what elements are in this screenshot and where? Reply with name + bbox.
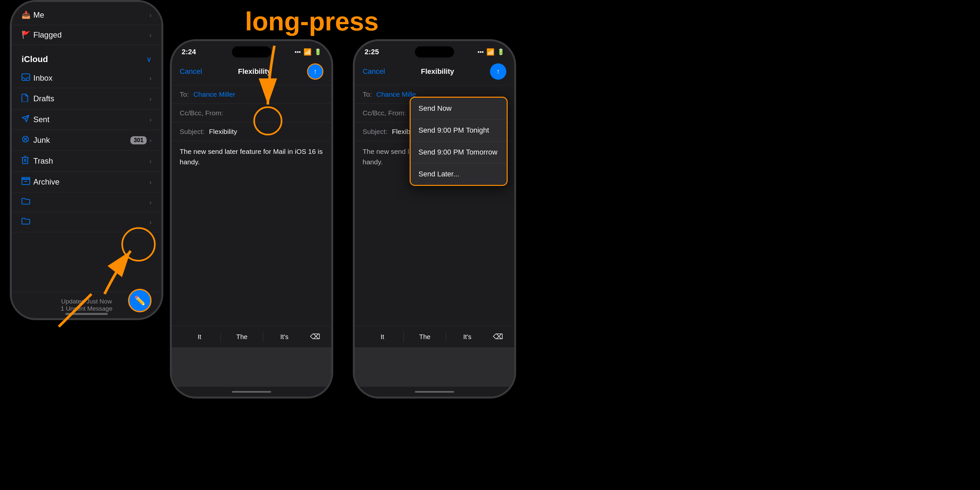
sidebar-item-folder2[interactable]: › [12,212,161,232]
suggest-word1-p3[interactable]: It [361,331,403,343]
status-time-p2: 2:24 [181,48,196,56]
drafts-icon [22,94,33,104]
updated-text-block: Updated Just Now 1 Unsent Message [61,298,112,312]
drafts-chevron: › [149,95,151,103]
compose-nav-p2: Cancel Flexibility ↑ [172,59,331,85]
to-label-p3: To: [363,91,372,98]
popup-send-later[interactable]: Send Later... [410,163,507,185]
sidebar-item-junk[interactable]: Junk 301 › [12,130,161,151]
phone1-frame: 📥 Me › 🚩 Flagged › iCloud ∨ Inbox › [10,0,163,320]
status-icons-p2: ▪▪▪ 📶 🔋 [295,48,321,56]
svg-rect-2 [22,158,28,164]
inbox-icon [22,73,33,83]
me-label: Me [33,10,149,20]
subject-label-p3: Subject: [363,128,387,135]
sidebar-item-archive[interactable]: Archive › [12,172,161,192]
archive-chevron: › [149,178,151,186]
flagged-chevron: › [149,31,151,39]
popup-send-9pm-tomorrow[interactable]: Send 9:00 PM Tomorrow [410,142,507,163]
sidebar-item-inbox[interactable]: Inbox › [12,68,161,88]
trash-chevron: › [149,158,151,165]
send-icon-p3: ↑ [496,67,500,76]
sidebar-item-folder1[interactable]: › [12,192,161,212]
me-chevron: › [149,11,151,19]
phone3-frame: 2:25 ▪▪▪ 📶 🔋 Cancel Flexibility ↑ To: Ch… [353,39,516,399]
suggest-word2-p3[interactable]: The [404,331,446,343]
dynamic-island-p2 [232,46,271,57]
inbox-chevron: › [149,75,151,82]
suggest-word1-p2[interactable]: It [178,331,221,343]
flagged-icon: 🚩 [22,31,33,39]
junk-chevron: › [149,137,151,144]
cancel-button-p3[interactable]: Cancel [363,67,385,76]
cc-field-p2[interactable]: Cc/Bcc, From: [172,104,331,123]
keyboard-stub-p3 [355,348,514,387]
updated-line2: 1 Unsent Message [61,305,112,312]
to-field-p2[interactable]: To: Chance Miller [172,85,331,104]
archive-label: Archive [33,177,149,186]
suggest-word3-p3[interactable]: It's [446,331,488,343]
compose-screen-p2: 2:24 ▪▪▪ 📶 🔋 Cancel Flexibility ↑ To: Ch… [172,41,331,396]
updated-line1: Updated Just Now [61,298,112,305]
trash-icon [22,156,33,166]
home-bar-p2 [232,391,271,393]
sidebar-item-sent[interactable]: Sent › [12,110,161,130]
suggest-word3-p2[interactable]: It's [263,331,305,343]
home-bar-p3 [415,391,454,393]
sent-chevron: › [149,116,151,124]
icloud-title: iCloud [22,54,48,64]
compose-nav-p3: Cancel Flexibility ↑ [355,59,514,85]
dynamic-island-p3 [415,46,454,57]
folder1-chevron: › [149,199,151,206]
sidebar-item-flagged[interactable]: 🚩 Flagged › [12,25,161,45]
icloud-section-header[interactable]: iCloud ∨ [12,48,161,68]
suggest-word2-p2[interactable]: The [221,331,263,343]
sidebar-item-drafts[interactable]: Drafts › [12,88,161,110]
subject-field-p2[interactable]: Subject: Flexibility [172,123,331,141]
keyboard-suggest-p2: It The It's ⌫ [172,326,331,348]
mail-sidebar: 📥 Me › 🚩 Flagged › iCloud ∨ Inbox › [12,2,161,318]
compose-body-p2[interactable]: The new send later feature for Mail in i… [172,141,331,326]
wifi-icon-p2: 📶 [304,48,312,56]
signal-icon-p3: ▪▪▪ [477,49,484,56]
cc-label-p2: Cc/Bcc, From: [180,109,223,117]
folder2-chevron: › [149,218,151,226]
compose-screen-p3: 2:25 ▪▪▪ 📶 🔋 Cancel Flexibility ↑ To: Ch… [355,41,514,396]
send-later-popup: Send Now Send 9:00 PM Tonight Send 9:00 … [410,97,508,186]
sent-label: Sent [33,115,149,124]
cancel-button-p2[interactable]: Cancel [180,67,202,76]
popup-send-now[interactable]: Send Now [410,98,507,119]
junk-label: Junk [33,135,130,145]
junk-icon [22,135,33,145]
wifi-icon-p3: 📶 [487,48,495,56]
send-button-p2[interactable]: ↑ [307,64,323,80]
subject-value-p2: Flexibility [209,128,237,135]
compose-title-p3: Flexibility [421,67,454,76]
popup-send-9pm-tonight[interactable]: Send 9:00 PM Tonight [410,119,507,142]
keyboard-backspace-p2[interactable]: ⌫ [305,330,325,344]
to-value-p3: Chance Mille [376,91,416,98]
sidebar-item-trash[interactable]: Trash › [12,151,161,172]
drafts-label: Drafts [33,94,149,103]
compose-icon: ✏️ [134,295,146,306]
trash-label: Trash [33,156,149,165]
inbox-label: Inbox [33,73,149,83]
status-icons-p3: ▪▪▪ 📶 🔋 [477,48,504,56]
signal-icon-p2: ▪▪▪ [295,49,301,56]
keyboard-stub-p2 [172,348,331,387]
to-label-p2: To: [180,91,189,98]
keyboard-suggest-p3: It The It's ⌫ [355,326,514,348]
phone2-frame: 2:24 ▪▪▪ 📶 🔋 Cancel Flexibility ↑ To: Ch… [170,39,333,399]
subject-label-p2: Subject: [180,128,205,135]
flagged-label: Flagged [33,30,149,40]
cc-label-p3: Cc/Bcc, From: [363,109,406,117]
long-press-annotation: long-press [245,6,379,37]
keyboard-backspace-p3[interactable]: ⌫ [488,330,508,344]
home-indicator-p3 [355,387,514,396]
folder1-icon [22,197,33,207]
sidebar-item-me[interactable]: 📥 Me › [12,5,161,25]
compose-title-p2: Flexibility [238,67,271,76]
battery-icon-p2: 🔋 [314,48,321,56]
compose-button[interactable]: ✏️ [128,289,151,312]
send-button-p3[interactable]: ↑ [490,64,506,80]
